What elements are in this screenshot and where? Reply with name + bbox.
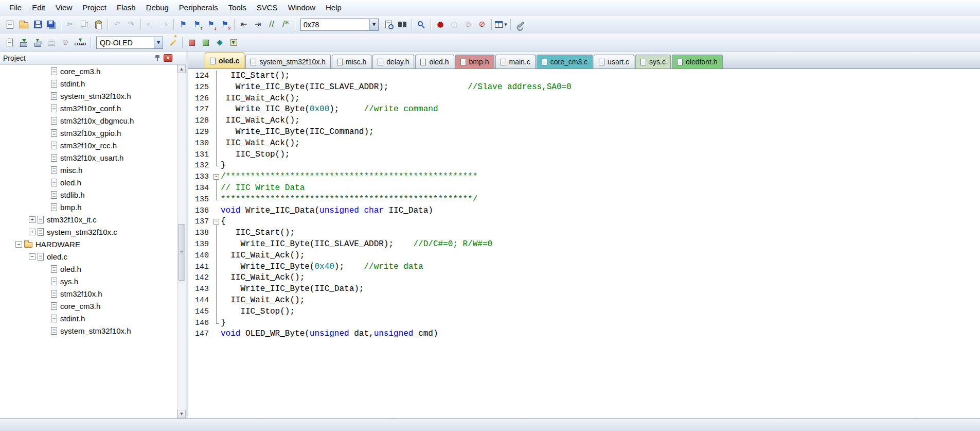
fold-toggle-icon[interactable]: − [212, 171, 221, 183]
open-file-button[interactable] [17, 19, 30, 31]
new-file-button[interactable] [3, 19, 16, 31]
scroll-up-button[interactable]: ▲ [177, 65, 186, 73]
tree-item-HARDWARE[interactable]: −HARDWARE [0, 238, 177, 250]
tree-item-system_stm32f10x.h[interactable]: system_stm32f10x.h [0, 324, 177, 337]
find-in-files-button[interactable] [382, 19, 395, 31]
tab-usart.c[interactable]: usart.c [594, 55, 634, 68]
tab-main.c[interactable]: main.c [495, 55, 536, 68]
uncomment-button[interactable]: /* [279, 19, 292, 31]
tree-item-stm32f10x_rcc.h[interactable]: stm32f10x_rcc.h [0, 139, 177, 151]
insert-breakpoint-icon: ● [437, 21, 443, 28]
tab-delay.h[interactable]: delay.h [372, 55, 414, 68]
tab-core_cm3.c[interactable]: core_cm3.c [537, 55, 593, 68]
code-line-147: 147void OLED_WR_Byte(unsigned dat,unsign… [188, 329, 980, 340]
build-button[interactable] [17, 37, 30, 49]
download-button[interactable]: ▼LOAD [73, 37, 88, 49]
menu-debug[interactable]: Debug [141, 1, 174, 14]
collapse-icon[interactable]: − [15, 241, 22, 248]
menu-help[interactable]: Help [320, 1, 347, 14]
incremental-find-button[interactable] [415, 19, 428, 31]
configure-button[interactable] [513, 19, 527, 31]
find-button[interactable] [396, 19, 409, 31]
bookmark-next-button[interactable]: ⚑↓ [204, 19, 218, 31]
tree-item-system_stm32f10x.c[interactable]: +system_stm32f10x.c [0, 226, 177, 238]
tree-item-stm32f10x_it.c[interactable]: +stm32f10x_it.c [0, 213, 177, 226]
options-for-target-button[interactable] [166, 37, 180, 49]
tab-system_stm32f10x.h[interactable]: system_stm32f10x.h [245, 55, 330, 68]
tree-item-oled.h[interactable]: oled.h [0, 263, 177, 275]
tab-oled.h[interactable]: oled.h [415, 55, 454, 68]
software-packs-button[interactable] [199, 37, 212, 49]
fold-toggle-icon[interactable]: − [212, 216, 221, 228]
tab-sys.c[interactable]: sys.c [635, 55, 671, 68]
expand-icon[interactable]: + [29, 216, 35, 223]
load-label: LOAD [75, 42, 86, 47]
toolbar-separator [431, 19, 431, 30]
editor-tabbar: oled.csystem_stm32f10x.hmisc.hdelay.hole… [188, 51, 980, 69]
file-extensions-button[interactable] [185, 37, 199, 49]
paste-button[interactable] [92, 19, 105, 31]
tab-bmp.h[interactable]: bmp.h [455, 55, 494, 68]
kill-all-breakpoints-button[interactable]: ⊘ [475, 19, 489, 31]
menu-flash[interactable]: Flash [112, 1, 141, 14]
save-all-button[interactable] [45, 19, 58, 31]
pack-installer-button[interactable] [227, 37, 240, 49]
tree-item-oled.c[interactable]: −oled.c [0, 250, 177, 263]
bookmark-clear-button[interactable]: ⚑× [218, 19, 231, 31]
comment-button[interactable]: // [265, 19, 278, 31]
code-line-131: 131 IIC_Stop(); [188, 149, 980, 161]
insert-breakpoint-button[interactable]: ● [434, 19, 447, 31]
tree-item-core_cm3.h[interactable]: core_cm3.h [0, 300, 177, 312]
scrollbar-thumb[interactable]: ≡ [178, 224, 185, 281]
manage-rte-button[interactable]: ◆ [213, 37, 226, 49]
tree-item-bmp.h[interactable]: bmp.h [0, 201, 177, 213]
window-layout-button[interactable]: ▼ [494, 19, 508, 31]
menu-svcs[interactable]: SVCS [252, 1, 283, 14]
find-input[interactable] [301, 19, 369, 30]
tree-item-stm32f10x_conf.h[interactable]: stm32f10x_conf.h [0, 102, 177, 114]
unindent-button[interactable]: ⇤ [237, 19, 251, 31]
tree-item-sys.h[interactable]: sys.h [0, 275, 177, 287]
close-panel-button[interactable]: × [164, 54, 172, 62]
target-dropdown-button[interactable]: ▼ [154, 37, 163, 48]
tree-item-stm32f10x_dbgmcu.h[interactable]: stm32f10x_dbgmcu.h [0, 114, 177, 127]
menu-tools[interactable]: Tools [223, 1, 252, 14]
scroll-down-button[interactable]: ▼ [177, 410, 186, 418]
tree-item-system_stm32f10x.h[interactable]: system_stm32f10x.h [0, 90, 177, 102]
menu-file[interactable]: File [4, 1, 27, 14]
code-line-136: 136void Write_IIC_Data(unsigned char IIC… [188, 205, 980, 217]
tree-item-stm32f10x.h[interactable]: stm32f10x.h [0, 287, 177, 300]
tab-misc.h[interactable]: misc.h [332, 55, 371, 68]
menu-peripherals[interactable]: Peripherals [174, 1, 223, 14]
find-dropdown-button[interactable]: ▼ [369, 19, 378, 30]
pin-icon[interactable] [154, 55, 161, 62]
tree-item-misc.h[interactable]: misc.h [0, 164, 177, 176]
bookmark-prev-button[interactable]: ⚑↑ [190, 19, 204, 31]
rebuild-all-button[interactable] [31, 37, 44, 49]
target-select[interactable]: QD-OLED ▼ [96, 37, 163, 49]
translate-file-button[interactable] [3, 37, 16, 49]
tree-item-stm32f10x_gpio.h[interactable]: stm32f10x_gpio.h [0, 127, 177, 139]
bookmark-toggle-button[interactable]: ⚑ [176, 19, 190, 31]
expand-icon[interactable]: + [29, 229, 35, 235]
comment-icon: // [269, 21, 274, 28]
collapse-icon[interactable]: − [29, 253, 35, 260]
menu-view[interactable]: View [50, 1, 77, 14]
indent-button[interactable]: ⇥ [251, 19, 264, 31]
tree-item-core_cm3.h[interactable]: core_cm3.h [0, 65, 177, 77]
tree-item-stdlib.h[interactable]: stdlib.h [0, 188, 177, 201]
tree-item-label: stm32f10x_gpio.h [60, 129, 121, 137]
menu-window[interactable]: Window [283, 1, 320, 14]
tab-label: oledfont.h [686, 58, 718, 66]
code-editor[interactable]: 124 IIC_Start();125 Write_IIC_Byte(IIC_S… [188, 69, 980, 418]
save-button[interactable] [31, 19, 44, 31]
tree-item-stdint.h[interactable]: stdint.h [0, 312, 177, 324]
tab-oledfont.h[interactable]: oledfont.h [672, 55, 723, 68]
tab-oled.c[interactable]: oled.c [205, 53, 244, 68]
tree-item-stdint.h[interactable]: stdint.h [0, 77, 177, 90]
menu-project[interactable]: Project [77, 1, 112, 14]
menu-edit[interactable]: Edit [27, 1, 50, 14]
tree-item-stm32f10x_usart.h[interactable]: stm32f10x_usart.h [0, 151, 177, 164]
tree-item-oled.h[interactable]: oled.h [0, 176, 177, 188]
project-scrollbar[interactable]: ▲ ≡ ▼ [177, 65, 186, 418]
